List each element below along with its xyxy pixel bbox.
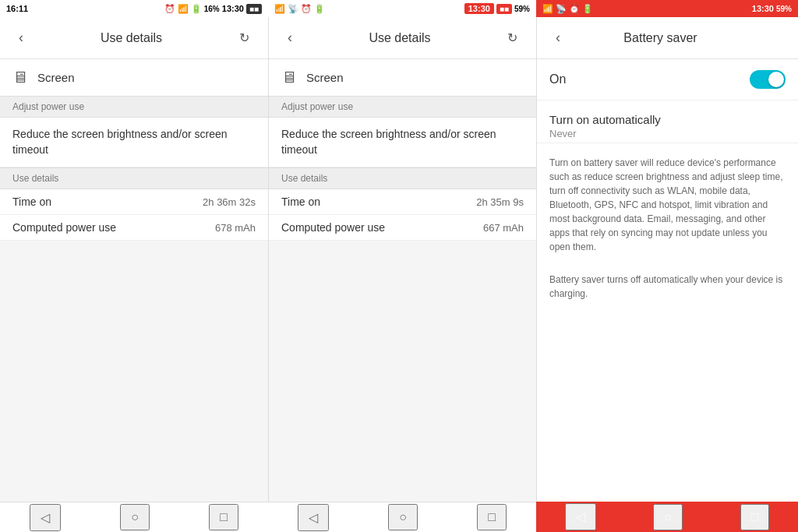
appbar-mid: ‹ Use details ↻	[269, 17, 536, 59]
time-on-label-mid: Time on	[281, 196, 320, 208]
back-nav-left[interactable]: ◁	[30, 504, 61, 531]
battery-saver-info: Turn on battery saver will reduce device…	[537, 143, 798, 266]
computed-label-mid: Computed power use	[281, 221, 385, 234]
status-icons-right-left: 📶 📡 ⏰ 🔋	[542, 4, 593, 14]
monitor-icon-left: 🖥	[12, 69, 28, 86]
time-on-row-left: Time on 2h 36m 32s	[0, 189, 268, 215]
wifi-icon: 📶	[178, 4, 189, 14]
use-details-header-left: Use details	[0, 167, 268, 189]
home-nav-mid[interactable]: ○	[388, 504, 418, 530]
adjust-header-left: Adjust power use	[0, 96, 268, 118]
computed-label-left: Computed power use	[12, 221, 116, 234]
signal-icon-mid: 📶	[274, 4, 285, 14]
panel-mid: ‹ Use details ↻ 🖥 Screen Adjust power us…	[268, 17, 536, 502]
alarm-icon: ⏰	[164, 4, 175, 14]
turn-on-section[interactable]: Turn on automatically Never	[537, 100, 798, 143]
panel-left: ‹ Use details ↻ 🖥 Screen Adjust power us…	[0, 17, 268, 502]
wifi-right: 📡	[556, 4, 567, 14]
battery-mid: 🔋	[314, 4, 325, 14]
battery2-left: ■■	[246, 4, 262, 14]
toggle-label: On	[549, 72, 566, 86]
time-mid: 13:30	[464, 3, 494, 14]
back-button-right[interactable]: ‹	[549, 26, 567, 49]
turn-on-title: Turn on automatically	[549, 113, 786, 126]
back-button-left[interactable]: ‹	[12, 26, 30, 49]
battery-saver-toggle[interactable]	[750, 70, 786, 89]
info-text-content: Turn on battery saver will reduce device…	[549, 157, 783, 252]
status-icons-left: ⏰ 📶 🔋 16% 13:30 ■■	[164, 4, 262, 14]
back-nav-mid[interactable]: ◁	[298, 504, 329, 531]
signal-icon-right: 📶	[542, 4, 553, 14]
home-nav-right[interactable]: ○	[653, 504, 683, 530]
reduce-item-mid[interactable]: Reduce the screen brightness and/or scre…	[269, 118, 536, 167]
appbar-right: ‹ Battery saver	[537, 17, 798, 59]
alarm-right: ⏰	[569, 4, 580, 14]
battery-pct-right: 59%	[776, 5, 792, 13]
appbar-title-right: Battery saver	[567, 31, 754, 45]
screen-item-mid[interactable]: 🖥 Screen	[269, 59, 536, 96]
recents-nav-left[interactable]: □	[209, 504, 238, 530]
time-on-label-left: Time on	[12, 196, 51, 208]
status-icons-mid-left: 📶 📡 ⏰ 🔋	[274, 4, 325, 14]
clock2-left: 13:30	[222, 4, 244, 13]
recents-nav-mid[interactable]: □	[477, 504, 507, 530]
battery-pct-mid: 59%	[514, 5, 530, 13]
toggle-row[interactable]: On	[537, 59, 798, 100]
alarm-mid: ⏰	[301, 4, 312, 14]
status-bar-mid: 📶 📡 ⏰ 🔋 13:30 ■■ 59%	[268, 0, 536, 17]
battery-left: 🔋	[191, 4, 202, 14]
appbar-title-mid: Use details	[298, 31, 501, 45]
computed-value-left: 678 mAh	[215, 222, 256, 234]
use-details-header-mid: Use details	[269, 167, 536, 189]
status-bar-left: 16:11 ⏰ 📶 🔋 16% 13:30 ■■	[0, 0, 268, 17]
screen-item-left[interactable]: 🖥 Screen	[0, 59, 268, 96]
status-icons-mid-right: 13:30 ■■ 59%	[464, 3, 530, 14]
wifi-icon-mid: 📡	[288, 4, 298, 14]
time-on-value-mid: 2h 35m 9s	[476, 196, 524, 208]
refresh-button-left[interactable]: ↻	[233, 27, 256, 48]
bottom-nav-mid: ◁ ○ □	[268, 502, 536, 532]
turn-on-subtitle: Never	[549, 128, 786, 139]
time-right: 13:30	[752, 4, 774, 13]
info-text2-content: Battery saver turns off automatically wh…	[549, 274, 782, 299]
battery-pct-left: 16%	[204, 5, 220, 13]
time-left: 16:11	[6, 4, 28, 13]
back-button-mid[interactable]: ‹	[281, 26, 298, 49]
computed-power-row-mid: Computed power use 667 mAh	[269, 215, 536, 241]
reduce-item-left[interactable]: Reduce the screen brightness and/or scre…	[0, 118, 268, 167]
time-on-row-mid: Time on 2h 35m 9s	[269, 189, 536, 215]
panel-right: ‹ Battery saver On Turn on automatically…	[536, 17, 798, 502]
bottom-nav-right: ◁ ○ □	[536, 502, 798, 532]
screen-label-mid: Screen	[306, 71, 344, 84]
home-nav-left[interactable]: ○	[120, 504, 150, 530]
reduce-text-mid: Reduce the screen brightness and/or scre…	[281, 128, 496, 156]
back-nav-right[interactable]: ◁	[565, 503, 596, 530]
appbar-left: ‹ Use details ↻	[0, 17, 268, 59]
computed-value-mid: 667 mAh	[483, 222, 524, 234]
status-bar-right: 📶 📡 ⏰ 🔋 13:30 59%	[536, 0, 798, 17]
refresh-button-mid[interactable]: ↻	[501, 27, 524, 48]
battery-right: 🔋	[582, 4, 593, 14]
time-on-value-left: 2h 36m 32s	[203, 196, 256, 208]
battery-saver-info2: Battery saver turns off automatically wh…	[537, 266, 798, 313]
appbar-title-left: Use details	[30, 31, 233, 45]
recents-nav-right[interactable]: □	[740, 504, 770, 530]
status-icons-right-right: 13:30 59%	[752, 4, 792, 13]
adjust-header-mid: Adjust power use	[269, 96, 536, 118]
toggle-knob	[768, 72, 784, 87]
computed-power-row-left: Computed power use 678 mAh	[0, 215, 268, 241]
monitor-icon-mid: 🖥	[281, 69, 297, 86]
screen-label-left: Screen	[37, 71, 75, 84]
bottom-nav-left: ◁ ○ □	[0, 502, 268, 532]
battery-indicator-mid: ■■	[496, 4, 512, 14]
reduce-text-left: Reduce the screen brightness and/or scre…	[12, 128, 228, 156]
